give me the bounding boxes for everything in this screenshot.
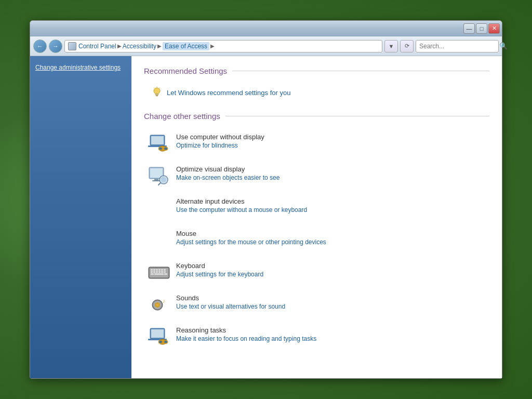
close-button[interactable]: ✕ [488,23,500,34]
svg-rect-29 [164,269,166,271]
setting-item-sounds: ♪ Sounds Use text or visual alternatives… [144,290,489,320]
sounds-icon: ♪ [148,294,170,316]
svg-point-51 [164,341,167,343]
recommended-section-title: Recommended Settings [144,66,227,75]
svg-rect-25 [153,269,155,271]
search-icon[interactable]: 🔍 [499,42,508,50]
svg-point-50 [159,341,162,343]
change-other-section-line [225,116,489,116]
settings-list: Use computer without display Optimize fo… [144,129,489,352]
svg-rect-33 [158,271,161,273]
svg-point-12 [159,148,162,150]
title-bar: — □ ✕ [30,21,502,36]
svg-rect-38 [164,273,167,275]
mouse-text: Mouse Adjust settings for the mouse or o… [176,230,326,246]
svg-rect-45 [151,329,164,338]
bulb-icon [152,87,162,98]
sounds-title: Sounds [176,294,285,302]
svg-rect-28 [161,269,163,271]
dropdown-button[interactable]: ▼ [384,40,398,52]
svg-rect-37 [154,273,164,275]
search-bar: 🔍 [416,40,499,52]
sounds-link[interactable]: Use text or visual alternatives for soun… [176,303,285,310]
reasoning-link[interactable]: Make it easier to focus on reading and t… [176,335,316,342]
setting-item-keyboard: Keyboard Adjust settings for the keyboar… [144,258,489,288]
minimize-button[interactable]: — [463,23,475,34]
svg-line-21 [158,183,161,185]
alt-input-link[interactable]: Use the computer without a mouse or keyb… [176,206,307,214]
nav-right-controls: ▼ ⟳ [384,40,414,52]
svg-rect-1 [155,94,158,95]
alt-input-title: Alternate input devices [176,197,307,205]
setting-item-mouse: Mouse Adjust settings for the mouse or o… [144,225,489,256]
sidebar-admin-settings-link[interactable]: Change administrative settings [35,64,121,71]
setting-item-no-display: Use computer without display Optimize fo… [144,129,489,159]
change-other-section-title: Change other settings [144,112,220,121]
svg-rect-27 [158,269,161,271]
forward-button[interactable]: → [49,39,62,53]
breadcrumb-sep-2: ▶ [157,43,162,49]
visual-display-text: Optimize visual display Make on-screen o… [176,165,280,181]
breadcrumb-control-panel[interactable]: Control Panel [78,43,116,50]
svg-text:♪: ♪ [163,298,165,304]
laptop-glasses-icon [148,134,170,154]
svg-rect-32 [156,271,158,273]
breadcrumb-sep-1: ▶ [117,43,122,49]
svg-rect-34 [161,271,163,273]
svg-point-13 [164,148,167,150]
mouse-link[interactable]: Adjust settings for the mouse or other p… [176,238,326,246]
content-area: Change administrative settings Recommend… [30,56,502,378]
svg-line-5 [154,88,154,88]
change-other-section-header: Change other settings [144,112,489,121]
back-button[interactable]: ← [33,39,47,53]
no-display-text: Use computer without display Optimize fo… [176,133,264,149]
no-display-link[interactable]: Optimize for blindness [176,142,264,149]
sidebar: Change administrative settings [30,56,131,378]
visual-display-link[interactable]: Make on-screen objects easier to see [176,174,280,181]
setting-item-visual-display: Optimize visual display Make on-screen o… [144,161,489,191]
keyboard-text: Keyboard Adjust settings for the keyboar… [176,262,263,278]
breadcrumb-bar: Control Panel ▶ Accessibility ▶ Ease of … [64,40,382,52]
breadcrumb-sep-3: ▶ [210,43,215,49]
svg-rect-31 [153,271,155,273]
nav-bar: ← → Control Panel ▶ Accessibility ▶ Ease… [30,36,502,56]
reasoning-title: Reasoning tasks [176,326,316,334]
magnifier-monitor-icon [148,166,170,186]
keyboard-link[interactable]: Adjust settings for the keyboard [176,271,263,278]
alt-input-text: Alternate input devices Use the computer… [176,197,307,214]
mouse-icon [148,230,170,251]
svg-line-4 [159,88,160,88]
reasoning-text: Reasoning tasks Make it easier to focus … [176,326,316,342]
refresh-button[interactable]: ⟳ [400,40,414,52]
recommended-section-header: Recommended Settings [144,66,489,75]
svg-rect-24 [151,269,153,271]
recommended-item-link[interactable]: Let Windows recommend settings for you [167,89,290,97]
no-display-title: Use computer without display [176,133,264,141]
setting-item-reasoning: Reasoning tasks Make it easier to focus … [144,322,489,352]
svg-rect-2 [156,95,158,96]
main-window: — □ ✕ ← → Control Panel ▶ Accessibility … [30,20,502,379]
no-display-icon [148,133,170,155]
mouse-title: Mouse [176,230,326,237]
keyboard-setting-icon [148,262,170,284]
spacer [144,101,489,112]
sounds-text: Sounds Use text or visual alternatives f… [176,294,285,310]
main-panel: Recommended Settings Let Windows recomme… [131,56,502,378]
reasoning-icon [148,326,170,348]
svg-rect-17 [154,179,158,180]
breadcrumb-ease-of-access[interactable]: Ease of Access [163,42,209,50]
svg-rect-30 [151,271,153,273]
breadcrumb-icon [68,42,76,50]
breadcrumb-accessibility[interactable]: Accessibility [123,43,156,50]
reasoning-laptop-icon [148,327,170,347]
keyboard-icon [148,264,170,281]
maximize-button[interactable]: □ [476,23,487,34]
svg-point-20 [161,177,166,182]
setting-item-alt-input: Alternate input devices Use the computer… [144,193,489,223]
alt-input-icon [148,197,170,219]
search-input[interactable] [419,43,497,50]
svg-point-0 [154,88,160,94]
recommended-item: Let Windows recommend settings for you [148,84,489,101]
svg-rect-7 [151,136,164,144]
recommended-section-line [232,71,489,71]
